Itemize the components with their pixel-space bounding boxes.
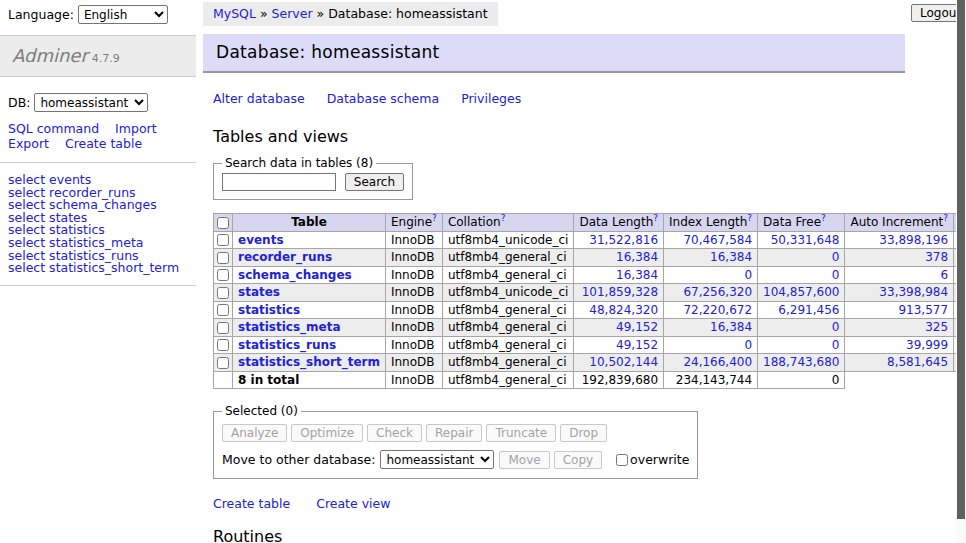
move-label: Move to other database:: [222, 452, 375, 467]
sidebar-command-link[interactable]: Import: [115, 122, 157, 136]
table-name-cell: statistics_runs: [233, 336, 386, 354]
row-checkbox[interactable]: [217, 322, 229, 334]
row-checkbox[interactable]: [217, 357, 229, 369]
column-hint-link[interactable]: ?: [501, 213, 506, 223]
column-header: Data Free?: [758, 214, 845, 232]
vertical-scrollbar[interactable]: [956, 0, 966, 543]
data-length-cell: 49,152: [574, 319, 664, 337]
bulk-action-button: Analyze: [222, 424, 287, 442]
data-free-cell: 0: [758, 249, 845, 267]
table-name-link[interactable]: states: [238, 285, 280, 299]
table-name-link[interactable]: events: [238, 233, 284, 247]
table-name-link[interactable]: statistics_runs: [238, 338, 336, 352]
table-row: eventsInnoDButf8mb4_unicode_ci31,522,816…: [214, 231, 966, 249]
search-input[interactable]: [222, 173, 336, 191]
database-action-link[interactable]: Privileges: [461, 91, 521, 106]
auto-increment-cell: 378: [845, 249, 954, 267]
row-checkbox-cell: [214, 231, 233, 249]
breadcrumb-current: Database: homeassistant: [328, 6, 487, 21]
row-checkbox[interactable]: [217, 234, 229, 246]
bulk-action-button: Repair: [426, 424, 482, 442]
index-length-cell: 67,256,320: [664, 284, 758, 302]
column-hint-link[interactable]: ?: [821, 213, 826, 223]
column-hint-link[interactable]: ?: [747, 213, 752, 223]
column-hint-link[interactable]: ?: [432, 213, 437, 223]
table-row: statesInnoDButf8mb4_unicode_ci101,859,32…: [214, 284, 966, 302]
data-free-cell: 6,291,456: [758, 301, 845, 319]
auto-increment-cell: 33,898,196: [845, 231, 954, 249]
db-select[interactable]: homeassistant: [34, 93, 148, 112]
create-links: Create tableCreate view: [213, 496, 905, 511]
auto-increment-cell: 6: [845, 266, 954, 284]
main-area: MySQL»Server»Database: homeassistant Dat…: [203, 0, 905, 543]
breadcrumb-link[interactable]: MySQL: [213, 6, 256, 21]
app-version: 4.7.9: [92, 52, 120, 65]
index-length-cell: 0: [664, 266, 758, 284]
table-name-cell: schema_changes: [233, 266, 386, 284]
table-name-link[interactable]: statistics_meta: [238, 320, 341, 334]
data-length-cell: 49,152: [574, 336, 664, 354]
engine-cell: InnoDB: [385, 319, 442, 337]
engine-cell: InnoDB: [385, 284, 442, 302]
row-checkbox-cell: [214, 249, 233, 267]
row-checkbox-cell: [214, 354, 233, 372]
breadcrumb-link[interactable]: Server: [272, 6, 313, 21]
data-length-cell: 101,859,328: [574, 284, 664, 302]
table-name-link[interactable]: schema_changes: [238, 268, 352, 282]
data-free-cell: 0: [758, 319, 845, 337]
language-select[interactable]: English: [78, 5, 168, 24]
data-free-cell: 0: [758, 266, 845, 284]
scrollbar-thumb[interactable]: [957, 0, 965, 519]
row-checkbox-cell: [214, 266, 233, 284]
brand-band: Adminer4.7.9: [0, 35, 196, 77]
data-free-cell: 188,743,680: [758, 354, 845, 372]
column-hint-link[interactable]: ?: [943, 213, 948, 223]
data-length-cell: 16,384: [574, 266, 664, 284]
column-hint-link[interactable]: ?: [653, 213, 658, 223]
row-checkbox[interactable]: [217, 304, 229, 316]
sidebar-command-link[interactable]: Create table: [65, 137, 142, 151]
select-all-checkbox[interactable]: [217, 217, 229, 229]
content: Alter databaseDatabase schemaPrivileges …: [213, 91, 905, 543]
row-checkbox[interactable]: [217, 339, 229, 351]
bulk-action-button: Optimize: [291, 424, 363, 442]
row-checkbox[interactable]: [217, 287, 229, 299]
database-action-link[interactable]: Alter database: [213, 91, 305, 106]
row-checkbox[interactable]: [217, 269, 229, 281]
table-name-cell: statistics: [233, 301, 386, 319]
index-length-cell: 16,384: [664, 319, 758, 337]
index-length-cell: 16,384: [664, 249, 758, 267]
index-length-cell: 72,220,672: [664, 301, 758, 319]
table-name-link[interactable]: statistics: [238, 303, 300, 317]
table-name-link[interactable]: statistics_short_term: [238, 355, 380, 369]
sidebar-select-link[interactable]: select statistics_short_term: [8, 262, 188, 275]
selected-fieldset: Selected (0) AnalyzeOptimizeCheckRepairT…: [213, 404, 698, 479]
table-name-link[interactable]: recorder_runs: [238, 250, 332, 264]
overwrite-checkbox[interactable]: [616, 454, 628, 466]
overwrite-label: overwrite: [630, 452, 689, 467]
move-row: Move to other database: homeassistant Mo…: [222, 450, 689, 469]
sidebar-command-link[interactable]: SQL command: [8, 122, 99, 136]
search-button[interactable]: Search: [345, 173, 404, 191]
selected-legend: Selected (0): [222, 404, 301, 418]
move-db-select[interactable]: homeassistant: [380, 450, 494, 469]
database-action-link[interactable]: Database schema: [327, 91, 439, 106]
engine-cell: InnoDB: [385, 336, 442, 354]
column-header: Engine?: [385, 214, 442, 232]
data-length-cell: 48,824,320: [574, 301, 664, 319]
sidebar-command-link[interactable]: Export: [8, 137, 49, 151]
move-buttons: MoveCopy: [499, 451, 606, 469]
language-row: Language:English: [0, 0, 196, 30]
breadcrumb-separator: »: [317, 6, 325, 21]
create-link[interactable]: Create view: [316, 496, 390, 511]
row-checkbox-cell: [214, 301, 233, 319]
total-data-length-cell: 192,839,680: [574, 371, 664, 389]
index-length-cell: 70,467,584: [664, 231, 758, 249]
index-length-cell: 0: [664, 336, 758, 354]
column-header: Data Length?: [574, 214, 664, 232]
auto-increment-cell: 39,999: [845, 336, 954, 354]
create-link[interactable]: Create table: [213, 496, 290, 511]
total-collation-cell: utf8mb4_general_ci: [442, 371, 574, 389]
engine-cell: InnoDB: [385, 249, 442, 267]
row-checkbox[interactable]: [217, 252, 229, 264]
